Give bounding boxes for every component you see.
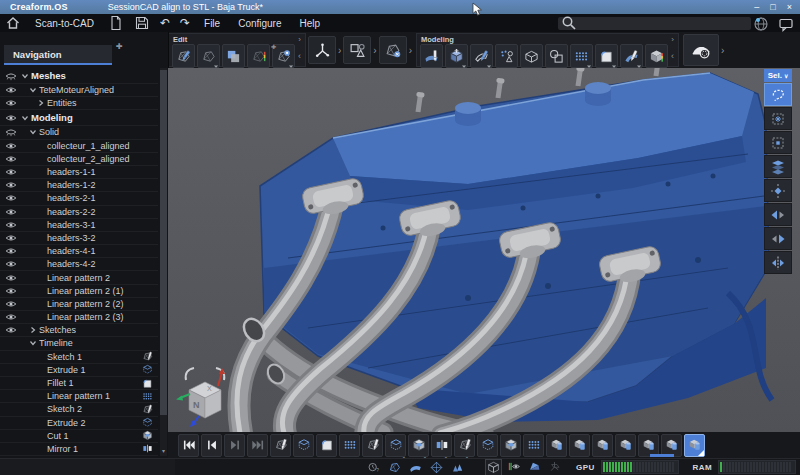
visibility-eye-icon[interactable] — [5, 311, 21, 323]
loft-rainbow-button[interactable] — [645, 44, 668, 68]
tree-item-headers-2-2[interactable]: headers-2-2 — [0, 206, 158, 219]
group-expand-icon[interactable] — [298, 35, 301, 44]
tree-item-meshes[interactable]: Meshes — [0, 68, 158, 84]
language-globe-icon[interactable] — [753, 16, 769, 32]
mesh-edit-button[interactable] — [379, 36, 407, 64]
expander-icon[interactable] — [29, 86, 39, 94]
box-select-center-button[interactable] — [764, 131, 792, 154]
engine-3d-model[interactable] — [168, 68, 800, 432]
fillet-button[interactable] — [316, 434, 337, 457]
surface-pen-button[interactable] — [420, 44, 443, 68]
flip-right-button[interactable] — [764, 227, 792, 250]
tree-item-linear-pattern-2-2[interactable]: Linear pattern 2 (2) — [0, 298, 158, 311]
extrude-button[interactable] — [385, 434, 406, 457]
step-back-button[interactable] — [201, 434, 222, 457]
visibility-eye-icon[interactable] — [5, 126, 21, 138]
home-button[interactable] — [0, 14, 26, 32]
tree-item-sketch-2[interactable]: Sketch 2 — [0, 403, 158, 416]
surface-curve-button[interactable]: ˆ — [408, 460, 423, 475]
skip-end-button[interactable] — [247, 434, 268, 457]
visibility-eye-icon[interactable] — [5, 97, 21, 109]
subtract-button[interactable] — [615, 434, 636, 457]
visibility-eye-icon[interactable] — [5, 166, 21, 178]
vehicle-gear-button[interactable] — [683, 34, 719, 66]
tree-item-sketches[interactable]: Sketches — [0, 324, 158, 337]
outline-box-button[interactable] — [545, 44, 568, 68]
patch-brush-button[interactable] — [470, 44, 493, 68]
visibility-eye-icon[interactable] — [5, 192, 21, 204]
triad-button[interactable] — [308, 36, 336, 64]
timeline-scrollbar[interactable] — [650, 454, 674, 457]
group-collapse-icon[interactable] — [298, 51, 301, 61]
tree-item-headers-3-1[interactable]: headers-3-1 — [0, 219, 158, 232]
close-button[interactable]: × — [787, 0, 792, 14]
grid-dots-button[interactable] — [570, 44, 593, 68]
visibility-eye-icon[interactable] — [5, 206, 21, 218]
mesh-dim-button[interactable] — [197, 44, 220, 68]
mesh-blob-button[interactable]: ˆ — [387, 460, 402, 475]
fillet-button[interactable] — [595, 44, 618, 68]
visibility-eye-icon[interactable] — [5, 272, 21, 284]
box-select-arrows-button[interactable] — [764, 107, 792, 130]
grid-dots-button[interactable] — [523, 434, 544, 457]
scrollbar-down-arrow[interactable] — [160, 446, 167, 456]
skip-start-button[interactable] — [178, 434, 199, 457]
mesh-diamond-button[interactable]: ˆ — [429, 460, 444, 475]
undo-button[interactable]: ↶ — [155, 14, 175, 32]
tree-item-linear-pattern-2-3[interactable]: Linear pattern 2 (3) — [0, 311, 158, 324]
view-cube-gizmo[interactable]: X N — [174, 364, 234, 428]
extrude-box-button[interactable] — [445, 44, 468, 68]
tree-item-mirror-1[interactable]: Mirror 1 — [0, 443, 158, 456]
tree-scrollbar[interactable] — [160, 68, 167, 456]
redo-button[interactable]: ↷ — [175, 14, 195, 32]
rect-overlap-button[interactable] — [222, 44, 245, 68]
scrollbar-thumb[interactable] — [160, 70, 167, 415]
step-forward-button[interactable] — [224, 434, 245, 457]
tree-item-tetemoteuraligned[interactable]: TeteMoteurAligned — [0, 84, 158, 97]
tree-item-solid[interactable]: Solid — [0, 126, 158, 139]
shapes-button[interactable] — [343, 36, 371, 64]
group-pin-icon[interactable] — [271, 42, 276, 51]
sketch-button[interactable] — [270, 434, 291, 457]
menu-scan-to-cad[interactable]: Scan-to-CAD — [26, 18, 103, 29]
tree-item-extrude-1[interactable]: Extrude 1 — [0, 364, 158, 377]
tree-item-headers-1-1[interactable]: headers-1-1 — [0, 166, 158, 179]
expand-diamond-button[interactable] — [764, 179, 792, 202]
visibility-eye-icon[interactable] — [5, 84, 21, 96]
extrude-button[interactable] — [293, 434, 314, 457]
cube-boxed-button[interactable] — [485, 459, 502, 475]
new-document-button[interactable] — [103, 14, 129, 32]
search-box[interactable] — [558, 17, 751, 30]
visibility-eye-icon[interactable] — [5, 258, 21, 270]
visibility-eye-icon[interactable] — [5, 324, 21, 336]
visibility-eye-icon[interactable] — [5, 232, 21, 244]
sketch-button[interactable] — [454, 434, 475, 457]
mirror-button[interactable] — [431, 434, 452, 457]
tree-item-collecteur-1-aligned[interactable]: collecteur_1_aligned — [0, 140, 158, 153]
lasso-select-button[interactable] — [764, 83, 792, 106]
menu-configure[interactable]: Configure — [229, 18, 290, 29]
expander-icon[interactable] — [21, 72, 31, 80]
menu-file[interactable]: File — [195, 18, 229, 29]
tree-item-modeling[interactable]: Modeling — [0, 110, 158, 126]
tree-item-headers-3-2[interactable]: headers-3-2 — [0, 232, 158, 245]
minimize-button[interactable]: – — [754, 0, 759, 14]
search-input[interactable] — [577, 17, 741, 29]
visibility-eye-icon[interactable] — [5, 245, 21, 257]
eye-colors-button[interactable] — [507, 459, 522, 474]
visibility-eye-icon[interactable] — [5, 219, 21, 231]
grid-dots-button[interactable] — [339, 434, 360, 457]
subtract-button[interactable] — [684, 434, 705, 457]
axis-plane-button[interactable] — [547, 459, 562, 474]
cut-button[interactable] — [500, 434, 521, 457]
mesh-triangles-button[interactable]: ˆ — [450, 460, 465, 475]
group-collapse-icon[interactable] — [671, 51, 674, 61]
visibility-eye-icon[interactable] — [5, 70, 21, 82]
tree-item-linear-pattern-1[interactable]: Linear pattern 1 — [0, 390, 158, 403]
tab-navigation[interactable]: Navigation — [4, 45, 112, 65]
visibility-eye-icon[interactable] — [5, 285, 21, 297]
group-expand-icon[interactable] — [671, 35, 674, 44]
tree-item-linear-pattern-2[interactable]: Linear pattern 2 — [0, 271, 158, 284]
flip-left-button[interactable] — [764, 203, 792, 226]
tree-item-headers-2-1[interactable]: headers-2-1 — [0, 192, 158, 205]
